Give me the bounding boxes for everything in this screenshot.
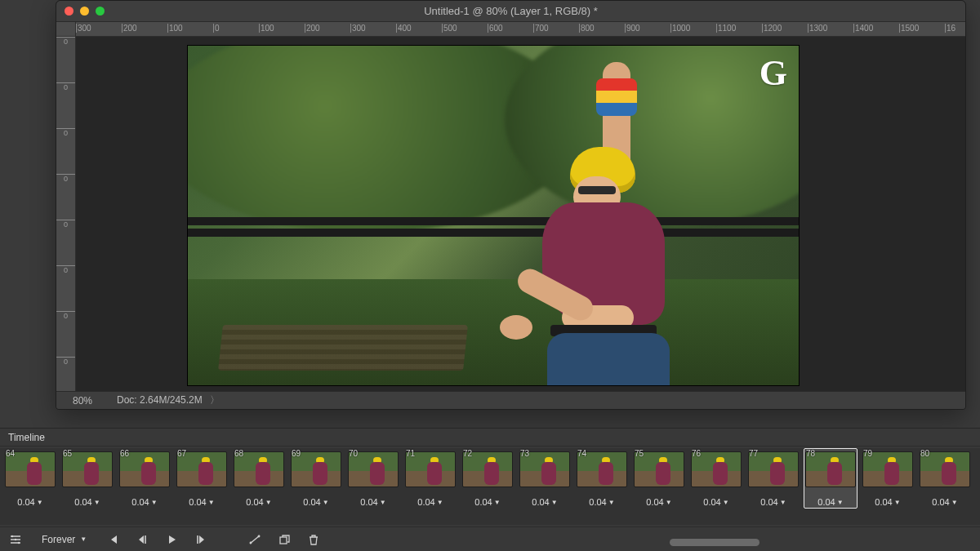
frame-delay[interactable]: 0.04▼ <box>817 497 843 507</box>
ruler-tick: 0 <box>56 174 75 220</box>
chevron-right-icon: 〉 <box>210 394 220 406</box>
first-frame-button[interactable] <box>104 531 122 549</box>
prev-frame-button[interactable] <box>133 531 151 549</box>
chevron-down-icon: ▼ <box>837 499 844 506</box>
image-region <box>218 325 468 371</box>
frame-delay[interactable]: 0.04▼ <box>875 497 900 507</box>
timeline-frame[interactable]: 770.04▼ <box>746 448 800 509</box>
ruler-vertical[interactable]: 00000000 <box>56 37 76 391</box>
timeline-options-button[interactable] <box>7 531 24 549</box>
play-button[interactable] <box>163 531 180 549</box>
frame-delay[interactable]: 0.04▼ <box>189 497 214 507</box>
ruler-tick: 1200 <box>762 24 808 33</box>
timeline-controls: Forever ▼ <box>0 527 980 551</box>
svg-point-2 <box>18 541 20 543</box>
svg-point-1 <box>15 538 16 540</box>
image-subject <box>482 95 694 386</box>
ruler-origin[interactable] <box>56 22 76 37</box>
timeline-frame[interactable]: 710.04▼ <box>403 448 457 509</box>
timeline-header[interactable]: Timeline <box>0 429 980 447</box>
close-icon[interactable] <box>65 7 74 16</box>
timeline-frame[interactable]: 720.04▼ <box>461 448 514 509</box>
frame-delay[interactable]: 0.04▼ <box>474 497 500 507</box>
frame-delay[interactable]: 0.04▼ <box>303 497 328 507</box>
frame-number: 76 <box>692 449 701 458</box>
duplicate-frame-button[interactable] <box>275 531 293 549</box>
chevron-down-icon: ▼ <box>151 499 158 506</box>
ruler-tick: 1500 <box>899 24 945 33</box>
svg-point-4 <box>258 535 261 537</box>
frame-number: 75 <box>635 449 644 458</box>
timeline-frame[interactable]: 800.04▼ <box>918 448 972 509</box>
timeline-frame[interactable]: 650.04▼ <box>60 448 114 509</box>
timeline-frame[interactable]: 780.04▼ <box>804 448 858 509</box>
options-icon <box>10 534 21 545</box>
timeline-frame[interactable]: 730.04▼ <box>518 448 572 509</box>
chevron-down-icon: ▼ <box>494 499 501 506</box>
ruler-tick: 300 <box>350 24 396 33</box>
frame-delay[interactable]: 0.04▼ <box>589 497 614 507</box>
chevron-down-icon: ▼ <box>723 499 729 506</box>
timeline-frame[interactable]: 670.04▼ <box>175 448 229 509</box>
canvas-area[interactable]: G <box>76 37 965 391</box>
timeline-frame[interactable]: 680.04▼ <box>232 448 286 509</box>
frame-number: 71 <box>406 449 415 458</box>
ruler-tick: 0 <box>213 24 259 33</box>
timeline-scrollbar-thumb[interactable] <box>670 539 760 546</box>
timeline-frame[interactable]: 640.04▼ <box>3 448 57 509</box>
ruler-tick: 700 <box>533 24 579 33</box>
ruler-tick: 800 <box>579 24 625 33</box>
ruler-tick: 0 <box>56 357 75 391</box>
frame-delay[interactable]: 0.04▼ <box>932 497 957 507</box>
chevron-down-icon: ▼ <box>323 499 329 506</box>
svg-point-0 <box>11 535 13 536</box>
timeline-frame[interactable]: 700.04▼ <box>346 448 400 509</box>
timeline-frame[interactable]: 740.04▼ <box>575 448 629 509</box>
frame-delay[interactable]: 0.04▼ <box>131 497 157 507</box>
zoom-level[interactable]: 80% <box>73 395 92 407</box>
timeline-frame[interactable]: 790.04▼ <box>861 448 915 509</box>
chevron-down-icon: ▼ <box>80 535 87 543</box>
window-titlebar[interactable]: Untitled-1 @ 80% (Layer 1, RGB/8) * <box>56 1 965 22</box>
ruler-horizontal[interactable]: 3002001000100200300400500600700800900100… <box>76 22 965 37</box>
frame-delay[interactable]: 0.04▼ <box>703 497 728 507</box>
ruler-tick: 100 <box>259 24 305 33</box>
minimize-icon[interactable] <box>80 7 89 16</box>
ruler-tick: 0 <box>56 82 75 128</box>
tween-icon <box>248 534 261 545</box>
chevron-down-icon: ▼ <box>894 499 901 506</box>
tween-button[interactable] <box>246 531 264 549</box>
frame-number: 66 <box>120 449 129 458</box>
ruler-tick: 500 <box>442 24 488 33</box>
svg-point-3 <box>250 541 252 544</box>
ruler-tick: 0 <box>56 311 75 357</box>
loop-selector[interactable]: Forever ▼ <box>36 531 92 548</box>
frame-delay[interactable]: 0.04▼ <box>646 497 671 507</box>
canvas-content[interactable]: G <box>187 45 800 386</box>
chevron-down-icon: ▼ <box>265 499 272 506</box>
doc-size-label[interactable]: Doc: 2.64M/245.2M 〉 <box>117 393 220 407</box>
chevron-down-icon: ▼ <box>208 499 215 506</box>
timeline-frame[interactable]: 760.04▼ <box>689 448 743 509</box>
frame-delay[interactable]: 0.04▼ <box>417 497 443 507</box>
frame-number: 79 <box>863 449 872 458</box>
frame-number: 74 <box>577 449 586 458</box>
document-window: Untitled-1 @ 80% (Layer 1, RGB/8) * 3002… <box>56 0 966 410</box>
frame-delay[interactable]: 0.04▼ <box>532 497 557 507</box>
zoom-icon[interactable] <box>96 7 105 16</box>
next-frame-button[interactable] <box>192 531 210 549</box>
frame-delay[interactable]: 0.04▼ <box>74 497 100 507</box>
frame-delay[interactable]: 0.04▼ <box>760 497 786 507</box>
timeline-frame[interactable]: 690.04▼ <box>289 448 343 509</box>
ruler-tick: 1400 <box>853 24 899 33</box>
frame-delay[interactable]: 0.04▼ <box>360 497 385 507</box>
timeline-frame[interactable]: 750.04▼ <box>632 448 686 509</box>
chevron-down-icon: ▼ <box>37 499 43 506</box>
frame-number: 73 <box>520 449 529 458</box>
frame-delay[interactable]: 0.04▼ <box>246 497 271 507</box>
delete-frame-button[interactable] <box>305 531 323 549</box>
timeline-frame[interactable]: 660.04▼ <box>118 448 172 509</box>
frame-delay[interactable]: 0.04▼ <box>17 497 42 507</box>
frame-number: 77 <box>749 449 758 458</box>
frame-strip[interactable]: 640.04▼650.04▼660.04▼670.04▼680.04▼690.0… <box>0 448 980 525</box>
